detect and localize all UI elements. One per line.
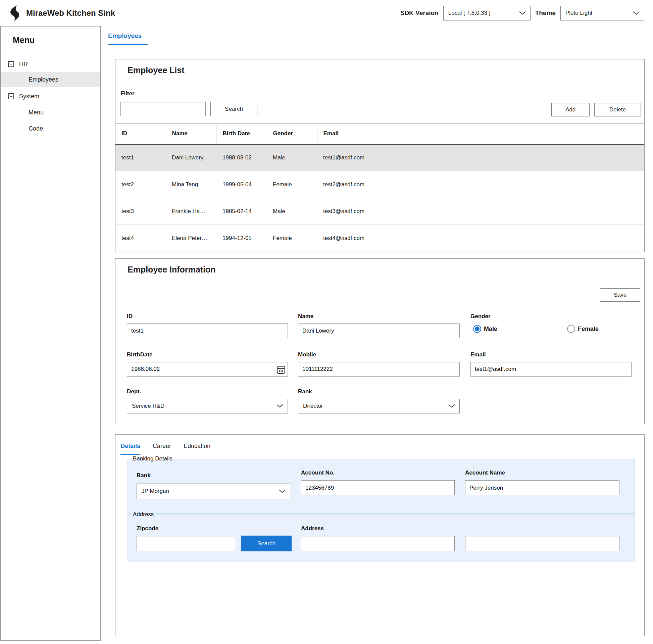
sidebar-item-label: Menu xyxy=(28,109,44,116)
address-field-1[interactable] xyxy=(301,536,455,551)
cell-name: Elena Peter… xyxy=(166,225,216,252)
table-row[interactable]: test2 Mina Tang 1999-05-04 Female test2@… xyxy=(116,171,644,198)
cell-email: test4@asdf.com xyxy=(317,225,644,252)
collapse-minus-icon[interactable] xyxy=(8,61,14,67)
column-header-birth-date[interactable]: Birth Date xyxy=(216,123,267,144)
sdk-version-value: Local [ 7.8.0.33 ] xyxy=(448,10,490,17)
table-row[interactable]: test3 Frankie Ha… 1985-02-14 Male test3@… xyxy=(116,198,644,225)
address-legend: Address xyxy=(130,511,156,518)
zipcode-search-button[interactable]: Search xyxy=(241,535,292,551)
name-label: Name xyxy=(298,313,313,320)
sidebar-item-label: Code xyxy=(28,125,43,132)
employee-info-panel: Employee Information Save ID Name Gender… xyxy=(115,258,645,424)
sidebar-item-employees[interactable]: Employees xyxy=(1,72,100,87)
sidebar-item-system[interactable]: System xyxy=(1,89,100,104)
table-row[interactable]: test1 Dani Lowery 1988-08-02 Male test1@… xyxy=(116,144,644,171)
banking-details-legend: Banking Details xyxy=(130,455,175,462)
id-field[interactable] xyxy=(127,324,288,338)
email-field[interactable] xyxy=(470,362,631,377)
app-title: MiraeWeb Kitchen Sink xyxy=(26,8,115,18)
employee-list-title: Employee List xyxy=(127,66,185,75)
sidebar-title: Menu xyxy=(13,35,34,45)
birthdate-label: BirthDate xyxy=(127,351,153,358)
column-header-name[interactable]: Name xyxy=(166,123,216,144)
bank-select[interactable]: JP Morgan xyxy=(137,483,290,499)
column-header-email[interactable]: Email xyxy=(317,123,644,144)
account-name-field[interactable] xyxy=(465,480,620,495)
cell-gender: Female xyxy=(267,225,317,252)
gender-label: Gender xyxy=(470,313,490,320)
calendar-icon[interactable] xyxy=(276,364,286,375)
sdk-version-select[interactable]: Local [ 7.8.0.33 ] xyxy=(443,6,531,21)
employee-table: ID Name Birth Date Gender Email test1 Da… xyxy=(116,123,644,252)
tab-career[interactable]: Career xyxy=(153,443,171,455)
employee-list-panel: Employee List Filter Search Add Delete I… xyxy=(115,59,645,253)
female-radio-label: Female xyxy=(578,326,599,333)
header-controls: SDK Version Local [ 7.8.0.33 ] Theme Plu… xyxy=(400,0,644,26)
banking-details-fieldset: Banking Details Bank JP Morgan Account N… xyxy=(127,455,634,514)
sidebar: Menu HR Employees System Menu Code xyxy=(0,26,101,641)
details-panel: Details Career Education Banking Details… xyxy=(115,434,645,636)
chevron-down-icon xyxy=(633,11,639,15)
table-row[interactable]: test4 Elena Peter… 1994-12-05 Female tes… xyxy=(116,225,644,252)
account-name-label: Account Name xyxy=(465,470,505,476)
column-header-id[interactable]: ID xyxy=(116,123,166,144)
tab-employees[interactable]: Employees xyxy=(108,32,148,45)
employee-info-title: Employee Information xyxy=(127,265,216,275)
cell-name: Frankie Ha… xyxy=(166,198,216,225)
column-header-gender[interactable]: Gender xyxy=(267,123,317,144)
bank-label: Bank xyxy=(137,472,151,479)
detail-tabs: Details Career Education xyxy=(120,443,210,455)
address-field-2[interactable] xyxy=(465,536,620,551)
female-radio[interactable] xyxy=(567,325,575,333)
theme-select[interactable]: Pluto Light xyxy=(560,6,644,21)
dept-value: Service R&D xyxy=(132,403,164,409)
delete-button[interactable]: Delete xyxy=(594,103,641,116)
cell-email: test2@asdf.com xyxy=(317,171,644,198)
mobile-label: Mobile xyxy=(298,351,316,358)
bank-value: JP Morgan xyxy=(142,488,169,495)
cell-gender: Male xyxy=(267,198,317,225)
id-label: ID xyxy=(127,313,132,320)
cell-birth-date: 1999-05-04 xyxy=(216,171,267,198)
filter-input[interactable] xyxy=(120,102,206,116)
rank-value: Director xyxy=(303,403,323,409)
list-search-button[interactable]: Search xyxy=(210,102,257,116)
cell-email: test1@asdf.com xyxy=(317,144,644,171)
dept-select[interactable]: Service R&D xyxy=(127,399,288,413)
account-no-field[interactable] xyxy=(301,480,455,495)
save-button[interactable]: Save xyxy=(600,288,640,302)
cell-birth-date: 1988-08-02 xyxy=(216,144,267,171)
mobile-field[interactable] xyxy=(298,362,460,377)
cell-gender: Female xyxy=(267,171,317,198)
zipcode-field[interactable] xyxy=(137,536,235,551)
cell-name: Dani Lowery xyxy=(166,144,216,171)
tab-details[interactable]: Details xyxy=(120,443,140,455)
sdk-version-label: SDK Version xyxy=(400,9,439,17)
collapse-minus-icon[interactable] xyxy=(8,93,14,99)
gender-radio-group: Male Female xyxy=(473,325,599,333)
sidebar-item-hr[interactable]: HR xyxy=(1,56,100,72)
cell-id: test3 xyxy=(116,198,166,225)
address-label: Address xyxy=(301,525,324,532)
sidebar-item-label: System xyxy=(19,93,39,100)
theme-label: Theme xyxy=(535,9,556,17)
sidebar-item-code[interactable]: Code xyxy=(1,121,100,136)
birthdate-field[interactable] xyxy=(127,362,288,377)
cell-id: test4 xyxy=(116,225,166,252)
sidebar-divider xyxy=(1,55,100,55)
cell-birth-date: 1994-12-05 xyxy=(216,225,267,252)
account-no-label: Account No. xyxy=(301,470,335,476)
cell-email: test3@asdf.com xyxy=(317,198,644,225)
tab-education[interactable]: Education xyxy=(184,443,210,455)
rank-select[interactable]: Director xyxy=(298,399,460,413)
cell-id: test2 xyxy=(116,171,166,198)
name-field[interactable] xyxy=(298,324,460,338)
app-header: MiraeWeb Kitchen Sink SDK Version Local … xyxy=(0,0,653,26)
address-fieldset: Address Zipcode Search Address xyxy=(127,511,634,562)
add-button[interactable]: Add xyxy=(551,103,589,116)
app-logo-icon xyxy=(7,5,21,21)
sidebar-item-menu[interactable]: Menu xyxy=(1,105,100,120)
male-radio[interactable] xyxy=(473,325,481,333)
chevron-down-icon xyxy=(279,490,286,493)
